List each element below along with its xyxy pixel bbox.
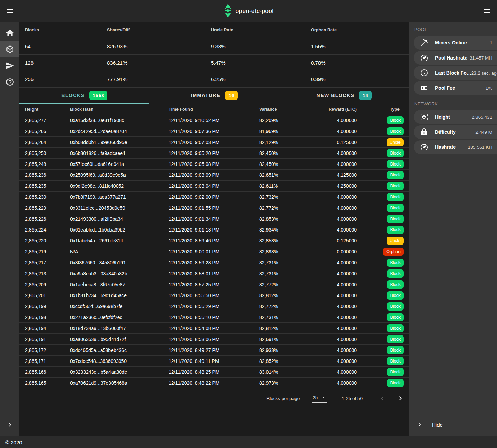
type-chip: Block xyxy=(387,215,404,223)
cell-height: 2,865,191 xyxy=(19,337,70,342)
sidebar-item-blocks[interactable] xyxy=(0,41,19,57)
cell-variance: 82,933% xyxy=(259,347,314,353)
cell-variance: 82,450% xyxy=(259,161,314,167)
cell-reward: 4.000000 xyxy=(314,358,357,364)
tab-blocks[interactable]: BLOCKS1558 xyxy=(19,88,149,104)
stats-cell: 836.21% xyxy=(107,60,211,66)
cell-reward: 4.000000 xyxy=(314,326,357,331)
per-page-select[interactable]: 25 xyxy=(312,394,327,403)
stat-label: Last Block Fo… xyxy=(435,70,471,76)
next-page-button[interactable] xyxy=(396,394,404,403)
cell-reward: 4.000000 xyxy=(314,282,357,287)
type-chip: Block xyxy=(387,379,404,387)
cell-type: Block xyxy=(357,193,409,201)
cell-block-hash: 0x3311efec...20453d0e59 xyxy=(70,205,169,211)
cell-reward: 4.000000 xyxy=(314,369,357,375)
table-row: 2,865,1910xaa063539...b95d41d72f12/11/20… xyxy=(19,334,409,345)
cell-block-hash: 0xb08dd0b1...99e066d95e xyxy=(70,140,169,145)
cell-variance: 82,731% xyxy=(259,271,314,276)
cell-type: Block xyxy=(357,160,409,168)
cell-variance: 82,732% xyxy=(259,194,314,200)
tab-new-blocks[interactable]: NEW BLOCKS14 xyxy=(279,88,409,104)
tab-label: NEW BLOCKS xyxy=(317,93,355,98)
cell-reward: 4.000000 xyxy=(314,380,357,386)
sidebar-item-help[interactable] xyxy=(0,74,19,90)
stat-label: Difficulty xyxy=(435,129,456,135)
cell-time-found: 12/11/2020, 9:05:08 PM xyxy=(169,161,259,167)
cell-type: Block xyxy=(357,171,409,179)
cell-height: 2,865,209 xyxy=(19,282,70,287)
copyright-text: © 2020 xyxy=(5,439,22,445)
table-row: 2,865,2500x6b801826...fa9adcaee112/11/20… xyxy=(19,148,409,159)
cell-type: Block xyxy=(357,302,409,311)
cell-height: 2,865,165 xyxy=(19,380,70,386)
cell-type: Block xyxy=(357,182,409,190)
column-header: Block Hash xyxy=(70,107,169,112)
stats-table: BlocksShares/DiffUncle RateOrphan Rate64… xyxy=(19,22,409,88)
cell-reward: 4.250000 xyxy=(314,183,357,189)
cell-block-hash: 0x21493300...af2ff9ba34 xyxy=(70,216,169,222)
tab-badge: 1558 xyxy=(89,91,107,100)
cell-type: Block xyxy=(357,269,409,278)
stats-cell: 6.25% xyxy=(211,76,311,82)
sidebar-expand-button[interactable] xyxy=(0,417,19,433)
cell-time-found: 12/11/2020, 8:57:25 PM xyxy=(169,282,259,287)
table-row: 2,865,2480x57fec60f...da616e941a12/11/20… xyxy=(19,159,409,170)
cell-reward: 0.125000 xyxy=(314,238,357,243)
stats-column-header: Shares/Diff xyxy=(107,28,211,32)
cell-block-hash: 0x61eabfcd...1b0cba39b2 xyxy=(70,227,169,233)
cell-block-hash: 0xdc465d5a...a58beb436c xyxy=(70,347,169,353)
stats-column-header: Uncle Rate xyxy=(211,28,311,32)
column-header: Variance xyxy=(259,107,314,112)
stat-item: Last Block Fo…23.2 sec. ago xyxy=(414,66,497,80)
cell-block-hash: 0xa70621d9...37e305468a xyxy=(70,380,169,386)
type-chip: Block xyxy=(387,302,404,311)
app-header: open-etc-pool xyxy=(0,0,497,22)
sidebar-item-payments[interactable] xyxy=(0,57,19,74)
stats-cell: 0.39% xyxy=(311,76,409,82)
menu-button-right[interactable] xyxy=(483,7,491,15)
stats-column-header: Blocks xyxy=(25,28,107,32)
menu-button-left[interactable] xyxy=(6,7,14,15)
type-chip: Block xyxy=(387,204,404,212)
cell-type: Block xyxy=(357,226,409,234)
cell-time-found: 12/11/2020, 8:59:28 PM xyxy=(169,260,259,265)
cell-block-hash: 0x25095f69...a0d39e9e5a xyxy=(70,172,169,178)
cell-type: Block xyxy=(357,368,409,376)
stat-item: Hashrate185.561 KH xyxy=(414,140,497,154)
stats-cell: 64 xyxy=(25,43,107,49)
cell-variance: 81,969% xyxy=(259,129,314,134)
gauge-icon xyxy=(420,143,428,151)
type-chip: Block xyxy=(387,149,404,157)
table-row: 2,865,1990xccdf562f...69a698b7fe12/11/20… xyxy=(19,301,409,312)
sidebar-items xyxy=(0,25,19,90)
cube-scan-icon xyxy=(420,113,428,121)
sidebar-item-home[interactable] xyxy=(0,25,19,41)
chevron-right-icon xyxy=(6,421,14,429)
stats-row: 64826.93%9.38%1.56% xyxy=(19,38,409,55)
stat-label: Pool Fee xyxy=(435,85,455,91)
cell-height: 2,865,217 xyxy=(19,260,70,265)
stat-label: Miners Online xyxy=(435,40,467,45)
cell-height: 2,865,220 xyxy=(19,238,70,243)
type-chip: Orphan xyxy=(383,248,404,256)
type-chip: Uncle xyxy=(387,138,404,146)
pool-items: Miners Online1Pool Hashrate31.457 MHLast… xyxy=(409,36,497,95)
cell-time-found: 12/11/2020, 9:00:01 PM xyxy=(169,249,259,254)
cell-variance: 82,772% xyxy=(259,304,314,309)
cell-type: Block xyxy=(357,335,409,343)
hide-button[interactable]: Hide xyxy=(409,417,497,433)
cell-time-found: 12/11/2020, 8:49:11 PM xyxy=(169,358,259,364)
cell-reward: 4.000000 xyxy=(314,304,357,309)
cell-height: 2,865,171 xyxy=(19,358,70,364)
type-chip: Block xyxy=(387,259,404,267)
prev-page-button[interactable] xyxy=(378,394,387,403)
stats-cell: 128 xyxy=(25,60,107,66)
stat-value: 2,865,431 xyxy=(472,115,497,120)
cell-time-found: 12/11/2020, 9:01:34 PM xyxy=(169,216,259,222)
table-row: 2,865,1980x271a236c...0efcfdf2ec12/11/20… xyxy=(19,312,409,323)
stats-column-header: Orphan Rate xyxy=(311,28,409,32)
cell-block-hash: 0x1b31b734...69c1d45ace xyxy=(70,293,169,298)
tab-immature[interactable]: IMMATURE16 xyxy=(149,88,279,104)
cell-block-hash: 0x6b801826...fa9adcaee1 xyxy=(70,150,169,156)
